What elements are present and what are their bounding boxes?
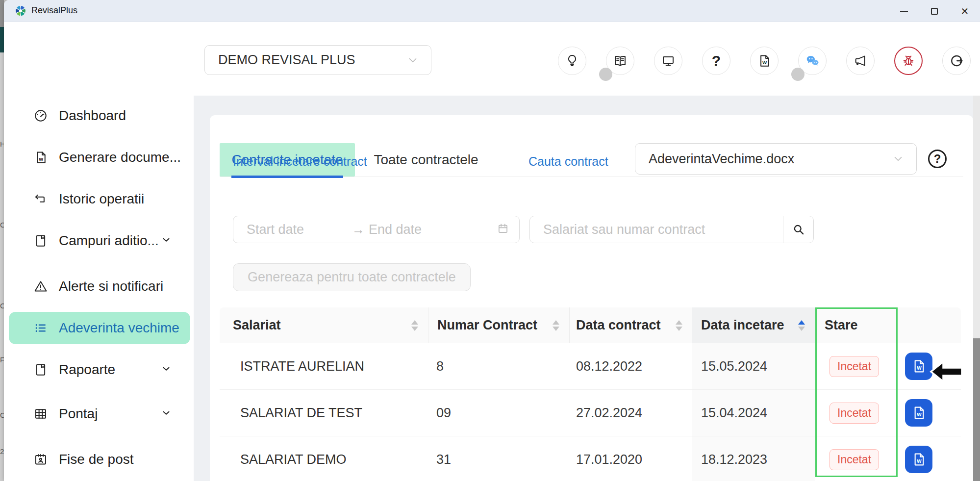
column-header-data-incetare[interactable]: Data incetare <box>692 307 815 343</box>
svg-text:w: w <box>916 457 922 464</box>
sort-carets <box>553 320 559 331</box>
cell-salariat: SALARIAT DE TEST <box>220 390 428 436</box>
status-badge: Incetat <box>829 403 879 424</box>
scrollbar-thumb[interactable] <box>973 338 980 481</box>
background-text-fragment: F <box>0 355 4 364</box>
cell-numar-contract: 8 <box>428 343 570 389</box>
cell-actions: w <box>898 343 961 389</box>
sign-out-button[interactable] <box>942 47 971 75</box>
word-file-icon: w <box>911 358 927 374</box>
help-button[interactable]: ? <box>702 47 730 75</box>
cell-salariat: ISTRATE AURELIAN <box>220 343 428 389</box>
cell-stare: Incetat <box>815 436 898 481</box>
column-header-salariat[interactable]: Salariat <box>220 307 428 343</box>
question-mark-icon: ? <box>712 52 721 69</box>
interval-filter-label: Interval incetare contract <box>233 154 367 169</box>
chevron-down-icon <box>161 234 172 247</box>
sidebar-item-pontaj[interactable]: Pontaj <box>9 398 190 430</box>
cell-data-incetare: 15.04.2024 <box>692 390 815 436</box>
sidebar-item-dashboard[interactable]: Dashboard <box>9 100 190 132</box>
search-button[interactable] <box>783 216 813 243</box>
table-row: SALARIAT DE TEST 09 27.02.2024 15.04.202… <box>220 390 961 436</box>
sort-carets <box>676 320 682 331</box>
generate-word-button[interactable]: w <box>905 353 932 380</box>
cell-stare: Incetat <box>815 343 898 389</box>
template-selector[interactable]: AdeverintaVechime.docx <box>635 143 917 175</box>
start-date-input[interactable] <box>247 222 352 237</box>
cell-data-contract: 17.01.2020 <box>570 436 692 481</box>
sidebar-item-label: Istoric operatii <box>59 191 144 207</box>
person-card-icon <box>33 452 48 467</box>
date-range-input[interactable]: → <box>233 216 520 243</box>
sidebar-item-label: Alerte si notificari <box>59 278 163 294</box>
lightbulb-button[interactable] <box>558 47 586 75</box>
minimize-button[interactable] <box>889 0 919 22</box>
cell-numar-contract: 09 <box>428 390 570 436</box>
sidebar-item-istoric-operatii[interactable]: Istoric operatii <box>9 183 190 215</box>
sidebar-item-alerte-notificari[interactable]: Alerte si notificari <box>9 270 190 303</box>
generate-word-button[interactable]: w <box>905 399 932 427</box>
status-badge: Incetat <box>829 449 879 470</box>
word-file-icon: w <box>911 452 927 467</box>
column-label: Stare <box>825 318 858 333</box>
column-label: Salariat <box>233 318 281 333</box>
sidebar-item-label: Generare docume... <box>59 150 181 165</box>
maximize-icon <box>931 8 938 15</box>
active-tab-underline <box>231 176 343 178</box>
sidebar-item-label: Rapoarte <box>59 362 115 378</box>
guide-book-icon <box>613 53 628 68</box>
dashboard-icon <box>33 108 48 123</box>
cell-data-contract: 27.02.2024 <box>570 390 692 436</box>
sort-carets <box>411 320 418 331</box>
template-help-button[interactable]: ? <box>928 150 947 168</box>
table-row: ISTRATE AURELIAN 8 08.12.2022 15.05.2024… <box>220 343 961 390</box>
monitor-button[interactable] <box>654 47 682 75</box>
guide-book-badge <box>599 68 612 81</box>
monitor-icon <box>661 53 676 68</box>
search-icon <box>792 223 805 236</box>
sidebar-item-rapoarte[interactable]: Rapoarte <box>9 354 190 386</box>
cell-data-incetare: 18.12.2023 <box>692 436 815 481</box>
chevron-down-icon <box>892 152 905 165</box>
announcements-button[interactable] <box>846 47 875 75</box>
titlebar: RevisalPlus ✕ <box>4 0 980 22</box>
sidebar-item-adeverinta-vechime[interactable]: Adeverinta vechime <box>9 312 190 344</box>
megaphone-icon <box>853 53 868 68</box>
generate-all-button[interactable]: Genereaza pentru toate contractele <box>233 263 471 291</box>
search-filter-label: Cauta contract <box>528 154 608 169</box>
bookmark-icon <box>33 362 48 377</box>
sidebar-item-label: Dashboard <box>59 108 126 124</box>
sidebar-item-fise-de-post[interactable]: Fise de post <box>9 443 190 476</box>
column-header-data-contract[interactable]: Data contract <box>570 307 692 343</box>
column-label: Data contract <box>576 318 661 333</box>
table-header-row: Salariat Numar Contract Data contract Da… <box>220 307 961 343</box>
column-header-numar-contract[interactable]: Numar Contract <box>428 307 570 343</box>
column-label: Data incetare <box>701 318 784 333</box>
bookmark-icon <box>33 233 48 248</box>
sidebar-item-generare-documente[interactable]: w Generare docume... <box>9 141 190 174</box>
history-undo-icon <box>33 192 48 206</box>
maximize-button[interactable] <box>919 0 950 22</box>
chevron-down-icon <box>161 363 172 376</box>
close-button[interactable]: ✕ <box>950 0 980 22</box>
bug-report-button[interactable] <box>894 47 923 75</box>
tab-toate-contractele[interactable]: Toate contractele <box>365 143 487 177</box>
background-text-fragment: 2 <box>0 447 4 456</box>
sidebar-item-label: Adeverinta vechime <box>59 320 179 336</box>
sidebar-item-campuri-aditionale[interactable]: Campuri aditio... <box>9 225 190 257</box>
chevron-down-icon <box>161 407 172 420</box>
contract-search-input[interactable] <box>530 216 783 243</box>
background-text-fragment: H <box>0 140 4 148</box>
chat-bubbles-icon <box>805 53 820 68</box>
end-date-input[interactable] <box>369 222 452 237</box>
calendar-icon <box>497 222 509 237</box>
word-file-icon: w <box>911 405 927 421</box>
contract-search <box>529 216 814 243</box>
warning-triangle-icon <box>33 279 48 294</box>
background-text-fragment: C <box>0 221 4 229</box>
word-template-button[interactable]: w <box>750 47 779 75</box>
background-window-sliver-top <box>0 0 4 27</box>
generate-word-button[interactable]: w <box>905 446 932 473</box>
company-selector[interactable]: DEMO REVISAL PLUS <box>204 45 431 75</box>
svg-text:w: w <box>916 411 922 418</box>
